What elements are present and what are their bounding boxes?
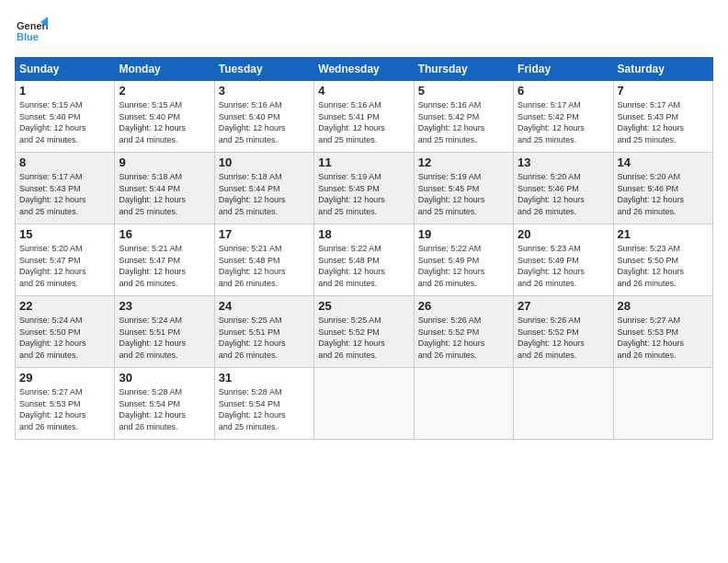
day-number: 30 [119,371,210,385]
day-cell: 23Sunrise: 5:24 AMSunset: 5:51 PMDayligh… [115,296,214,368]
day-cell [613,368,712,440]
day-number: 21 [618,227,709,241]
day-info: Sunrise: 5:26 AMSunset: 5:52 PMDaylight:… [518,315,609,361]
day-number: 15 [19,227,110,241]
day-info: Sunrise: 5:22 AMSunset: 5:49 PMDaylight:… [418,243,509,289]
day-info: Sunrise: 5:23 AMSunset: 5:49 PMDaylight:… [518,243,609,289]
day-number: 10 [219,155,310,169]
day-cell: 1Sunrise: 5:15 AMSunset: 5:40 PMDaylight… [16,81,115,153]
day-number: 6 [518,84,609,98]
day-cell: 17Sunrise: 5:21 AMSunset: 5:48 PMDayligh… [214,224,313,296]
svg-text:Blue: Blue [17,31,39,42]
day-cell: 18Sunrise: 5:22 AMSunset: 5:48 PMDayligh… [314,224,414,296]
day-cell: 11Sunrise: 5:19 AMSunset: 5:45 PMDayligh… [314,153,414,224]
day-cell: 6Sunrise: 5:17 AMSunset: 5:42 PMDaylight… [514,81,613,153]
weekday-friday: Friday [514,58,613,81]
page-container: General Blue SundayMondayTuesdayWednesda… [0,0,728,447]
day-cell: 5Sunrise: 5:16 AMSunset: 5:42 PMDaylight… [414,81,513,153]
day-info: Sunrise: 5:22 AMSunset: 5:48 PMDaylight:… [318,243,409,289]
day-number: 20 [518,227,609,241]
day-number: 2 [119,84,210,98]
day-info: Sunrise: 5:20 AMSunset: 5:47 PMDaylight:… [19,243,110,289]
week-row-4: 22Sunrise: 5:24 AMSunset: 5:50 PMDayligh… [16,296,713,368]
day-info: Sunrise: 5:27 AMSunset: 5:53 PMDaylight:… [19,386,110,432]
day-info: Sunrise: 5:26 AMSunset: 5:52 PMDaylight:… [418,315,509,361]
day-number: 23 [119,299,210,313]
day-number: 19 [418,227,509,241]
day-cell: 22Sunrise: 5:24 AMSunset: 5:50 PMDayligh… [16,296,115,368]
week-row-3: 15Sunrise: 5:20 AMSunset: 5:47 PMDayligh… [16,224,713,296]
day-number: 9 [119,155,210,169]
day-cell: 21Sunrise: 5:23 AMSunset: 5:50 PMDayligh… [613,224,712,296]
day-cell: 16Sunrise: 5:21 AMSunset: 5:47 PMDayligh… [115,224,214,296]
week-row-1: 1Sunrise: 5:15 AMSunset: 5:40 PMDaylight… [16,81,713,153]
day-info: Sunrise: 5:27 AMSunset: 5:53 PMDaylight:… [618,315,709,361]
week-row-2: 8Sunrise: 5:17 AMSunset: 5:43 PMDaylight… [16,153,713,224]
day-cell: 20Sunrise: 5:23 AMSunset: 5:49 PMDayligh… [514,224,613,296]
day-info: Sunrise: 5:16 AMSunset: 5:42 PMDaylight:… [418,99,509,145]
day-cell: 10Sunrise: 5:18 AMSunset: 5:44 PMDayligh… [214,153,313,224]
day-info: Sunrise: 5:28 AMSunset: 5:54 PMDaylight:… [119,386,210,432]
day-number: 13 [518,155,609,169]
day-cell: 19Sunrise: 5:22 AMSunset: 5:49 PMDayligh… [414,224,513,296]
day-cell: 15Sunrise: 5:20 AMSunset: 5:47 PMDayligh… [16,224,115,296]
day-cell: 13Sunrise: 5:20 AMSunset: 5:46 PMDayligh… [514,153,613,224]
day-cell: 29Sunrise: 5:27 AMSunset: 5:53 PMDayligh… [16,368,115,440]
day-number: 18 [318,227,409,241]
day-info: Sunrise: 5:20 AMSunset: 5:46 PMDaylight:… [618,171,709,217]
day-info: Sunrise: 5:25 AMSunset: 5:52 PMDaylight:… [318,315,409,361]
weekday-monday: Monday [115,58,214,81]
day-cell: 14Sunrise: 5:20 AMSunset: 5:46 PMDayligh… [613,153,712,224]
day-info: Sunrise: 5:19 AMSunset: 5:45 PMDaylight:… [318,171,409,217]
day-number: 16 [119,227,210,241]
logo-icon: General Blue [15,15,48,48]
logo: General Blue [15,15,51,48]
day-cell: 30Sunrise: 5:28 AMSunset: 5:54 PMDayligh… [115,368,214,440]
day-number: 7 [618,84,709,98]
day-cell: 12Sunrise: 5:19 AMSunset: 5:45 PMDayligh… [414,153,513,224]
day-cell: 8Sunrise: 5:17 AMSunset: 5:43 PMDaylight… [16,153,115,224]
day-info: Sunrise: 5:24 AMSunset: 5:51 PMDaylight:… [119,315,210,361]
day-number: 26 [418,299,509,313]
day-info: Sunrise: 5:17 AMSunset: 5:43 PMDaylight:… [618,99,709,145]
day-number: 11 [318,155,409,169]
day-number: 5 [418,84,509,98]
day-cell: 24Sunrise: 5:25 AMSunset: 5:51 PMDayligh… [214,296,313,368]
weekday-wednesday: Wednesday [314,58,414,81]
weekday-thursday: Thursday [414,58,513,81]
day-cell: 2Sunrise: 5:15 AMSunset: 5:40 PMDaylight… [115,81,214,153]
day-number: 14 [618,155,709,169]
day-info: Sunrise: 5:23 AMSunset: 5:50 PMDaylight:… [618,243,709,289]
day-number: 4 [318,84,409,98]
weekday-header-row: SundayMondayTuesdayWednesdayThursdayFrid… [16,58,713,81]
day-number: 1 [19,84,110,98]
day-cell: 26Sunrise: 5:26 AMSunset: 5:52 PMDayligh… [414,296,513,368]
calendar-table: SundayMondayTuesdayWednesdayThursdayFrid… [15,57,713,440]
day-number: 31 [219,371,310,385]
day-cell: 7Sunrise: 5:17 AMSunset: 5:43 PMDaylight… [613,81,712,153]
day-info: Sunrise: 5:24 AMSunset: 5:50 PMDaylight:… [19,315,110,361]
day-info: Sunrise: 5:20 AMSunset: 5:46 PMDaylight:… [518,171,609,217]
day-cell: 9Sunrise: 5:18 AMSunset: 5:44 PMDaylight… [115,153,214,224]
day-info: Sunrise: 5:18 AMSunset: 5:44 PMDaylight:… [119,171,210,217]
day-number: 8 [19,155,110,169]
day-cell [514,368,613,440]
day-info: Sunrise: 5:16 AMSunset: 5:41 PMDaylight:… [318,99,409,145]
day-number: 12 [418,155,509,169]
day-number: 24 [219,299,310,313]
day-cell: 3Sunrise: 5:16 AMSunset: 5:40 PMDaylight… [214,81,313,153]
day-info: Sunrise: 5:25 AMSunset: 5:51 PMDaylight:… [219,315,310,361]
day-info: Sunrise: 5:28 AMSunset: 5:54 PMDaylight:… [219,386,310,432]
day-info: Sunrise: 5:15 AMSunset: 5:40 PMDaylight:… [119,99,210,145]
day-info: Sunrise: 5:21 AMSunset: 5:47 PMDaylight:… [119,243,210,289]
day-cell: 31Sunrise: 5:28 AMSunset: 5:54 PMDayligh… [214,368,313,440]
day-info: Sunrise: 5:16 AMSunset: 5:40 PMDaylight:… [219,99,310,145]
day-info: Sunrise: 5:17 AMSunset: 5:43 PMDaylight:… [19,171,110,217]
day-number: 29 [19,371,110,385]
day-cell [414,368,513,440]
day-info: Sunrise: 5:19 AMSunset: 5:45 PMDaylight:… [418,171,509,217]
weekday-sunday: Sunday [16,58,115,81]
day-info: Sunrise: 5:21 AMSunset: 5:48 PMDaylight:… [219,243,310,289]
day-info: Sunrise: 5:15 AMSunset: 5:40 PMDaylight:… [19,99,110,145]
day-cell: 4Sunrise: 5:16 AMSunset: 5:41 PMDaylight… [314,81,414,153]
